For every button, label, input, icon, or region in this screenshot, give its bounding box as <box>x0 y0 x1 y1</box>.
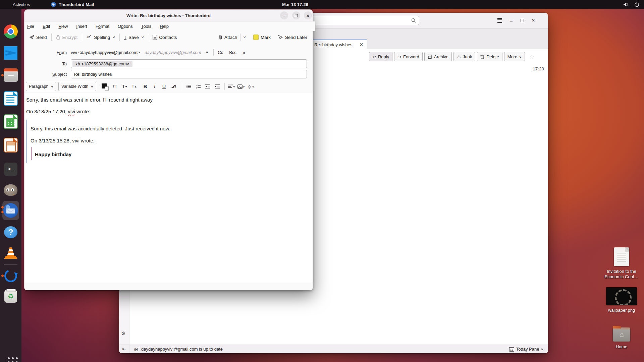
forward-button[interactable]: ↪ Forward <box>394 52 423 61</box>
image-thumbnail-icon <box>606 287 637 305</box>
spelling-button[interactable]: ab Spelling <box>85 35 111 40</box>
dock-item-help[interactable]: ? <box>0 225 21 239</box>
encrypt-button[interactable]: Encrypt <box>55 35 79 40</box>
attach-button[interactable]: Attach <box>218 35 238 40</box>
indent-button[interactable] <box>213 82 222 90</box>
more-recipients-link[interactable]: » <box>243 50 245 55</box>
dock-item-software-updater[interactable] <box>0 268 21 284</box>
dock-item-vscode[interactable] <box>0 45 21 61</box>
font-size-button[interactable]: TT <box>111 82 119 90</box>
junk-button[interactable]: ♨ Junk <box>453 52 475 61</box>
desktop-icon-home[interactable]: ⌂ Home <box>600 327 643 350</box>
bcc-link[interactable]: Bcc <box>229 50 236 55</box>
chevron-down-icon: ∨ <box>233 85 236 88</box>
save-dropdown[interactable]: ∨ <box>139 36 146 39</box>
show-applications-button[interactable] <box>0 353 21 362</box>
gear-icon[interactable]: ⚙ <box>121 330 125 337</box>
attach-dropdown[interactable]: ∨ <box>241 36 249 39</box>
dock-item-gimp[interactable] <box>0 183 21 197</box>
dock-item-libreoffice-calc[interactable] <box>0 113 21 130</box>
cc-link[interactable]: Cc <box>218 50 223 55</box>
delete-button[interactable]: Delete <box>477 52 502 61</box>
compose-titlebar[interactable]: Write: Re: birthday wishes - Thunderbird… <box>24 10 313 21</box>
menu-view[interactable]: View <box>58 24 68 29</box>
file-manager-icon <box>4 70 18 82</box>
menu-options[interactable]: Options <box>118 24 133 29</box>
compose-statusbar <box>24 282 313 290</box>
menu-edit[interactable]: Edit <box>43 24 50 29</box>
bullet-list-button[interactable] <box>185 82 194 90</box>
star-icon[interactable]: ☆ <box>529 53 534 60</box>
font-select[interactable]: Variable Width ∨ <box>58 82 96 91</box>
dock-item-terminal[interactable]: >_ <box>0 162 21 177</box>
dock-item-libreoffice-impress[interactable] <box>0 137 21 154</box>
archive-button[interactable]: Archive <box>424 52 452 61</box>
dock-item-libreoffice-writer[interactable] <box>0 90 21 107</box>
dock-item-files[interactable] <box>0 67 21 83</box>
tab-close-icon[interactable]: ✕ <box>359 42 363 47</box>
image-icon <box>237 84 243 89</box>
outdent-button[interactable] <box>204 82 212 90</box>
menu-tools[interactable]: Tools <box>141 24 151 29</box>
decrease-font-button[interactable]: T▾ <box>120 82 129 90</box>
today-pane-toggle[interactable]: 13 Today Pane ∨ <box>509 347 543 352</box>
minimize-button[interactable]: – <box>280 11 288 19</box>
system-tray[interactable] <box>623 2 639 7</box>
menu-insert[interactable]: Insert <box>76 24 87 29</box>
close-button[interactable]: × <box>529 16 538 24</box>
app-grid-icon <box>8 357 10 359</box>
quoted-paragraph: Sorry, this email was accidentally delet… <box>31 126 313 131</box>
contacts-label: Contacts <box>159 35 177 40</box>
bold-button[interactable]: B <box>141 82 150 90</box>
compose-body[interactable]: Sorry, this email was sent in error, I'l… <box>24 93 313 282</box>
more-button[interactable]: More ∨ <box>504 52 525 61</box>
subject-input[interactable]: Re: birthday wishes <box>71 70 307 78</box>
from-value[interactable]: vivi <daydayhappyvivi@gmail.com> <box>71 50 140 55</box>
maximize-button[interactable] <box>518 16 527 24</box>
from-dropdown[interactable]: ∨ <box>203 51 211 54</box>
mark-button[interactable]: Mark <box>252 35 272 40</box>
indent-icon <box>215 84 220 88</box>
send-later-button[interactable]: Send Later <box>277 35 309 40</box>
spelling-dropdown[interactable]: ∨ <box>110 36 118 39</box>
collapse-folderpane-button[interactable]: ⇤ <box>119 345 129 353</box>
italic-button[interactable]: I <box>150 82 159 90</box>
underline-button[interactable]: U <box>160 82 168 90</box>
clock[interactable]: Mar 13 17:26 <box>272 2 319 7</box>
menu-file[interactable]: File <box>27 24 34 29</box>
desktop-icon-wallpaper[interactable]: wallpaper.png <box>600 287 643 313</box>
top-bar: Activities Thunderbird Mail Mar 13 17:26 <box>0 0 644 9</box>
close-button[interactable]: × <box>304 11 312 19</box>
to-input[interactable]: xh <1879593238@qq.com> <box>71 59 307 68</box>
subject-row: Subject Re: birthday wishes <box>24 70 313 78</box>
text-color-picker[interactable] <box>102 83 107 88</box>
paragraph-style-select[interactable]: Paragraph ∨ <box>26 82 56 91</box>
insert-image-button[interactable]: ∨ <box>237 82 246 90</box>
quoted-paragraph-bold: Happy birthday <box>35 152 313 157</box>
dock-item-thunderbird[interactable] <box>0 201 21 220</box>
recipient-pill[interactable]: xh <1879593238@qq.com> <box>72 61 132 67</box>
dock-item-trash[interactable]: ♻ <box>0 288 21 305</box>
dock-item-chrome[interactable] <box>0 24 21 39</box>
misspelled-word: vivi <box>68 109 75 114</box>
insert-smiley-button[interactable]: ☺ ∨ <box>246 82 255 90</box>
tab-message[interactable]: Re: birthday wishes ✕ <box>310 40 367 49</box>
menu-format[interactable]: Format <box>96 24 109 29</box>
send-button[interactable]: Send <box>28 35 48 40</box>
maximize-button[interactable] <box>292 11 300 19</box>
menu-help[interactable]: Help <box>160 24 169 29</box>
activities-button[interactable]: Activities <box>10 2 33 7</box>
app-menu-button[interactable] <box>495 16 504 24</box>
alignment-button[interactable]: ∨ <box>227 82 236 90</box>
save-button[interactable]: ↓ Save <box>123 35 140 40</box>
contacts-button[interactable]: Contacts <box>151 35 178 40</box>
focused-app-indicator[interactable]: Thunderbird Mail <box>51 2 94 7</box>
minimize-button[interactable]: – <box>507 16 516 24</box>
remove-formatting-button[interactable]: A <box>170 82 179 90</box>
desktop-icon-invitation[interactable]: Invitation to the Economic Conf… <box>600 247 643 280</box>
numbered-list-button[interactable]: 1 2 <box>194 82 203 90</box>
dock-item-vlc[interactable] <box>0 245 21 261</box>
increase-font-button[interactable]: T▴ <box>129 82 138 90</box>
reply-button[interactable]: ↩ Reply <box>369 52 392 61</box>
today-pane-label: Today Pane <box>516 347 539 352</box>
